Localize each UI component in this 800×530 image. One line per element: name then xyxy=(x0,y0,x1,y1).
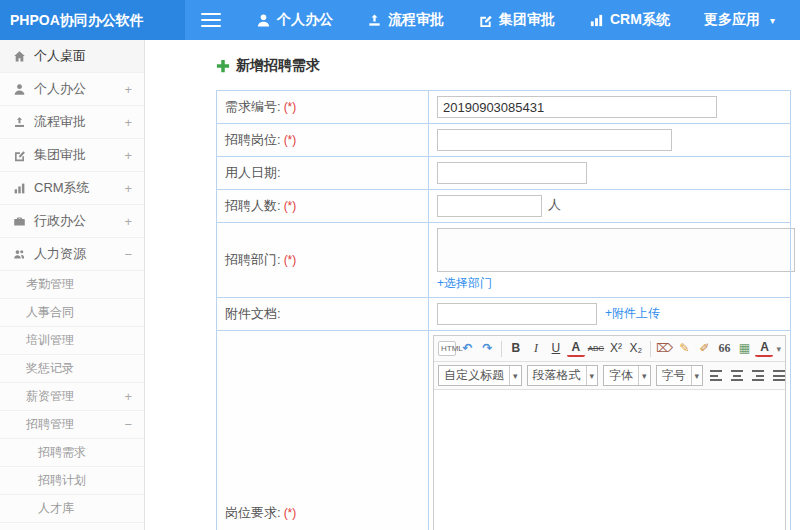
headcount-input[interactable] xyxy=(437,195,542,217)
required-mark: (*) xyxy=(284,253,297,267)
nav-personal-office[interactable]: 个人办公 xyxy=(239,0,350,40)
recruitment-demand-form: 需求编号:(*) 招聘岗位:(*) 用人日期: 招聘人数:(*) xyxy=(216,90,791,530)
upload-icon xyxy=(367,13,382,28)
sidebar-item-label: 个人办公 xyxy=(34,80,86,98)
sidebar-item-crm-system[interactable]: CRM系统 + xyxy=(0,172,144,205)
main-content: 新增招聘需求 需求编号:(*) 招聘岗位:(*) 用人日期: xyxy=(146,40,800,530)
expand-icon: + xyxy=(124,389,132,404)
user-icon xyxy=(256,13,271,28)
required-mark: (*) xyxy=(284,199,297,213)
align-left-button[interactable] xyxy=(708,366,724,385)
align-justify-button[interactable] xyxy=(771,366,787,385)
sidebar-item-salary-mgmt[interactable]: 薪资管理 + xyxy=(0,383,144,411)
blockquote-button[interactable]: 66 xyxy=(715,339,733,358)
hire-date-input[interactable] xyxy=(437,162,587,184)
font-size-select[interactable]: 字号 ▾ xyxy=(656,365,704,386)
select-department-link[interactable]: +选择部门 xyxy=(437,275,782,292)
font-color-button[interactable]: A xyxy=(567,340,585,357)
select-value: 自定义标题 xyxy=(439,367,509,384)
color-picker-button[interactable]: A xyxy=(755,340,773,357)
chevron-down-icon: ▾ xyxy=(770,15,775,26)
sidebar-item-admin-office[interactable]: 行政办公 + xyxy=(0,205,144,238)
position-input[interactable] xyxy=(437,129,672,151)
nav-label: CRM系统 xyxy=(610,11,670,29)
field-label: 招聘部门: xyxy=(225,252,281,267)
undo-button[interactable]: ↶ xyxy=(458,339,476,358)
align-right-button[interactable] xyxy=(750,366,766,385)
sidebar-item-recruitment-mgmt[interactable]: 招聘管理 − xyxy=(0,411,144,439)
rich-text-editor: HTML ↶ ↷ B I U A ABC X² X₂ ⌦ ✎ xyxy=(433,335,786,530)
chevron-down-icon: ▾ xyxy=(509,366,521,385)
format-brush-button[interactable]: ✎ xyxy=(675,339,693,358)
sidebar-item-label: 集团审批 xyxy=(34,146,86,164)
field-label: 招聘岗位: xyxy=(225,132,281,147)
nav-process-approval[interactable]: 流程审批 xyxy=(350,0,461,40)
field-label: 岗位要求: xyxy=(225,505,281,520)
add-icon xyxy=(216,59,230,73)
highlight-pen-button[interactable]: ✐ xyxy=(695,339,713,358)
sidebar-item-label: 流程审批 xyxy=(34,113,86,131)
form-row-hire-date: 用人日期: xyxy=(217,157,791,190)
sidebar-item-group-approval[interactable]: 集团审批 + xyxy=(0,139,144,172)
sidebar-item-recruitment-demand[interactable]: 招聘需求 xyxy=(0,439,144,467)
sidebar-item-personal-desktop[interactable]: 个人桌面 xyxy=(0,40,144,73)
department-textarea[interactable] xyxy=(437,228,795,272)
editor-content[interactable] xyxy=(434,390,785,530)
sidebar-item-label: 人才库 xyxy=(38,500,74,517)
attachment-input[interactable] xyxy=(437,303,597,325)
field-label: 用人日期: xyxy=(225,165,281,180)
html-source-button[interactable]: HTML xyxy=(438,341,456,356)
sidebar-item-attendance-mgmt[interactable]: 考勤管理 xyxy=(0,271,144,299)
app-logo: PHPOA协同办公软件 xyxy=(0,0,185,40)
app-header: PHPOA协同办公软件 个人办公 流程审批 集团审批 CRM系统 更多应用 ▾ xyxy=(0,0,800,40)
chevron-down-icon: ▾ xyxy=(691,366,703,385)
sidebar-item-label: 培训管理 xyxy=(26,332,74,349)
field-label-cell: 用人日期: xyxy=(217,157,429,190)
field-label-cell: 招聘部门:(*) xyxy=(217,223,429,298)
sidebar-item-human-resources[interactable]: 人力资源 − xyxy=(0,238,144,271)
collapse-icon: − xyxy=(124,417,132,432)
strikethrough-button[interactable]: ABC xyxy=(587,339,605,358)
align-center-button[interactable] xyxy=(729,366,745,385)
form-row-requirements: 岗位要求:(*) HTML ↶ ↷ B I U A ABC X² xyxy=(217,331,791,530)
toolbar-separator xyxy=(650,341,651,357)
sidebar-item-process-approval[interactable]: 流程审批 + xyxy=(0,106,144,139)
form-row-position: 招聘岗位:(*) xyxy=(217,124,791,157)
custom-title-select[interactable]: 自定义标题 ▾ xyxy=(438,365,522,386)
nav-group-approval[interactable]: 集团审批 xyxy=(461,0,572,40)
table-grid-button[interactable]: ▦ xyxy=(735,339,753,358)
sidebar-item-talent-pool[interactable]: 人才库 xyxy=(0,495,144,523)
chevron-down-icon: ▾ xyxy=(638,366,650,385)
menu-toggle-icon[interactable] xyxy=(201,9,221,31)
edit-icon xyxy=(478,13,493,28)
page-title: 新增招聘需求 xyxy=(236,57,320,75)
bold-button[interactable]: B xyxy=(507,339,525,358)
demand-no-input[interactable] xyxy=(437,96,717,118)
underline-button[interactable]: U xyxy=(547,339,565,358)
sidebar-item-personnel-contract[interactable]: 人事合同 xyxy=(0,299,144,327)
subscript-button[interactable]: X₂ xyxy=(627,339,645,358)
font-family-select[interactable]: 字体 ▾ xyxy=(603,365,651,386)
paragraph-format-select[interactable]: 段落格式 ▾ xyxy=(527,365,599,386)
nav-label: 流程审批 xyxy=(388,11,444,29)
italic-button[interactable]: I xyxy=(527,339,545,358)
people-icon xyxy=(12,248,26,261)
form-row-demand-no: 需求编号:(*) xyxy=(217,91,791,124)
superscript-button[interactable]: X² xyxy=(607,339,625,358)
sidebar-item-personal-office[interactable]: 个人办公 + xyxy=(0,73,144,106)
form-row-attachment: 附件文档: +附件上传 xyxy=(217,298,791,331)
attachment-upload-link[interactable]: +附件上传 xyxy=(605,306,660,320)
editor-toolbar-row1: HTML ↶ ↷ B I U A ABC X² X₂ ⌦ ✎ xyxy=(434,336,785,362)
redo-button[interactable]: ↷ xyxy=(478,339,496,358)
form-row-department: 招聘部门:(*) +选择部门 xyxy=(217,223,791,298)
chevron-down-icon: ▾ xyxy=(586,366,598,385)
nav-label: 个人办公 xyxy=(277,11,333,29)
nav-more-apps[interactable]: 更多应用 ▾ xyxy=(687,0,792,40)
sidebar-item-reward-records[interactable]: 奖惩记录 xyxy=(0,355,144,383)
required-mark: (*) xyxy=(284,133,297,147)
sidebar-item-recruitment-plan[interactable]: 招聘计划 xyxy=(0,467,144,495)
nav-crm-system[interactable]: CRM系统 xyxy=(572,0,687,40)
sidebar-item-label: 招聘管理 xyxy=(26,416,74,433)
sidebar-item-training-mgmt[interactable]: 培训管理 xyxy=(0,327,144,355)
eraser-button[interactable]: ⌦ xyxy=(655,339,673,358)
